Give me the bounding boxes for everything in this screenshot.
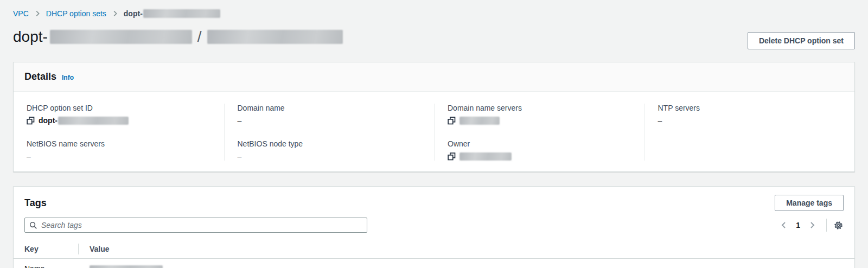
details-heading: Details (24, 71, 56, 82)
preferences-gear-icon[interactable] (833, 220, 844, 231)
redacted-domain-name-servers (459, 117, 500, 125)
field-domain-name-servers: Domain name servers (448, 104, 634, 125)
breadcrumb: VPC DHCP option sets dopt- (13, 0, 855, 18)
details-column-1: DHCP option set ID dopt- NetBIOS name se… (14, 104, 224, 161)
details-column-3: Domain name servers Owner (434, 104, 644, 161)
field-value: – (27, 152, 213, 161)
details-column-4: NTP servers – (644, 104, 855, 161)
copy-icon[interactable] (448, 152, 456, 161)
redacted-owner (459, 152, 512, 161)
search-icon (29, 221, 37, 229)
field-label: NetBIOS node type (238, 139, 424, 148)
breadcrumb-link-vpc[interactable]: VPC (13, 9, 29, 18)
field-label: Domain name (238, 104, 424, 112)
field-label: DHCP option set ID (27, 104, 213, 112)
field-value (448, 152, 634, 161)
details-card-header: Details Info (14, 62, 854, 92)
field-label: Domain name servers (448, 104, 634, 112)
tags-heading: Tags (24, 197, 47, 209)
tags-header: Tags Manage tags (14, 187, 854, 216)
field-domain-name: Domain name – (238, 104, 424, 125)
field-value: dopt- (27, 116, 213, 125)
page-title: dopt- / (13, 27, 343, 47)
manage-tags-button[interactable]: Manage tags (775, 195, 844, 211)
details-grid: DHCP option set ID dopt- NetBIOS name se… (14, 92, 854, 171)
field-value: – (238, 152, 424, 161)
redacted-tag-value (90, 265, 163, 268)
table-row[interactable]: Name (14, 259, 854, 268)
tags-table-header-row: Key Value (14, 240, 854, 259)
field-owner: Owner (448, 139, 634, 161)
page: VPC DHCP option sets dopt- dopt- / Delet… (0, 0, 868, 268)
field-value-prefix: dopt- (39, 116, 58, 125)
tags-pagination: 1 (776, 219, 844, 232)
field-label: NTP servers (658, 104, 844, 112)
breadcrumb-current-prefix: dopt- (124, 9, 143, 18)
details-column-2: Domain name – NetBIOS node type – (224, 104, 435, 161)
column-header-key[interactable]: Key (14, 240, 79, 259)
page-title-prefix: dopt- (13, 27, 48, 47)
chevron-right-icon (34, 10, 41, 17)
delete-dhcp-option-set-button[interactable]: Delete DHCP option set (748, 32, 855, 49)
tag-key-cell: Name (14, 259, 79, 268)
tags-table: Key Value Name (14, 240, 854, 268)
field-label: Owner (448, 139, 634, 148)
search-tags-box (24, 218, 367, 233)
chevron-left-icon (780, 221, 788, 229)
toolbar-divider (826, 219, 827, 232)
redacted-breadcrumb-id (143, 9, 220, 18)
breadcrumb-link-dhcp-option-sets[interactable]: DHCP option sets (46, 9, 106, 18)
column-header-value[interactable]: Value (79, 240, 854, 259)
current-page-number[interactable]: 1 (792, 221, 805, 229)
chevron-right-icon (808, 221, 816, 229)
field-value: – (658, 116, 844, 125)
previous-page-button[interactable] (776, 221, 792, 229)
tags-toolbar: 1 (14, 216, 854, 240)
breadcrumb-current: dopt- (124, 9, 220, 18)
chevron-right-icon (111, 10, 119, 17)
field-netbios-name-servers: NetBIOS name servers – (27, 139, 213, 161)
copy-icon[interactable] (448, 117, 456, 125)
details-info-link[interactable]: Info (62, 74, 74, 81)
copy-icon[interactable] (27, 117, 35, 125)
title-row: dopt- / Delete DHCP option set (13, 27, 855, 49)
field-ntp-servers: NTP servers – (658, 104, 844, 125)
redacted-title-id (50, 30, 192, 44)
tag-value-cell (79, 259, 854, 268)
field-value: – (238, 116, 424, 125)
redacted-title-name (207, 30, 343, 44)
details-card: Details Info DHCP option set ID dopt- Ne… (13, 62, 855, 172)
search-tags-input[interactable] (41, 221, 362, 229)
tags-card: Tags Manage tags 1 (13, 186, 855, 268)
page-title-separator: / (197, 27, 202, 47)
field-label: NetBIOS name servers (27, 139, 213, 148)
redacted-option-set-id (58, 117, 129, 125)
field-value (448, 116, 634, 125)
next-page-button[interactable] (805, 221, 820, 229)
field-dhcp-option-set-id: DHCP option set ID dopt- (27, 104, 213, 125)
field-netbios-node-type: NetBIOS node type – (238, 139, 424, 161)
